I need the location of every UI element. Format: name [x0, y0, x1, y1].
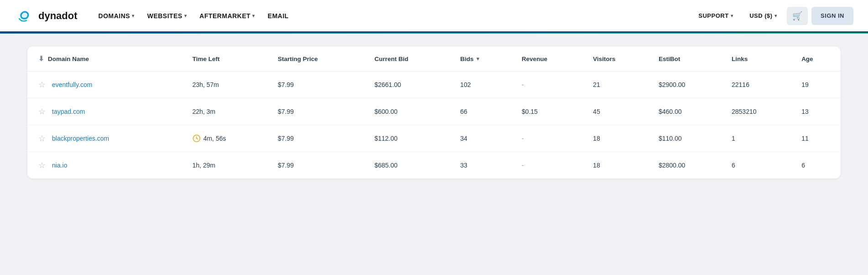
cell-starting-price: $7.99: [270, 98, 367, 125]
nav-websites[interactable]: WEBSITES ▾: [141, 9, 193, 23]
chevron-icon: ▾: [774, 13, 777, 18]
domain-link[interactable]: eventfully.com: [52, 81, 92, 88]
auction-table-container: ⬇ Domain Name Time Left Starting Price C…: [27, 46, 841, 178]
cell-time-left: 23h, 57m: [185, 71, 270, 98]
cell-current-bid: $600.00: [367, 98, 453, 125]
auction-table: ⬇ Domain Name Time Left Starting Price C…: [27, 46, 841, 178]
th-estibot: EstiBot: [651, 46, 724, 71]
cell-time-left: 4m, 56s: [185, 125, 270, 152]
cell-estibot: $110.00: [651, 125, 724, 152]
cell-age: 11: [794, 125, 841, 152]
cell-current-bid: $685.00: [367, 152, 453, 179]
th-revenue: Revenue: [515, 46, 586, 71]
chevron-icon: ▾: [731, 13, 733, 18]
cell-estibot: $2800.00: [651, 152, 724, 179]
cell-links: 22116: [724, 71, 794, 98]
cell-domain: ☆eventfully.com: [27, 71, 185, 98]
cell-age: 6: [794, 152, 841, 179]
cell-domain: ☆nia.io: [27, 152, 185, 179]
cell-domain: ☆taypad.com: [27, 98, 185, 125]
cell-visitors: 45: [586, 98, 651, 125]
cell-revenue: $0.15: [515, 98, 586, 125]
site-header: dynadot DOMAINS ▾ WEBSITES ▾ AFTERMARKET…: [0, 0, 868, 33]
th-visitors: Visitors: [586, 46, 651, 71]
cell-time-left: 22h, 3m: [185, 98, 270, 125]
clock-icon: [192, 134, 201, 143]
cell-starting-price: $7.99: [270, 152, 367, 179]
cart-icon: 🛒: [792, 11, 802, 21]
domain-link[interactable]: nia.io: [52, 162, 67, 169]
cell-bids: 34: [453, 125, 515, 152]
table-row: ☆nia.io1h, 29m$7.99$685.0033-18$2800.006…: [27, 152, 841, 179]
cell-links: 2853210: [724, 98, 794, 125]
cell-bids: 33: [453, 152, 515, 179]
th-links: Links: [724, 46, 794, 71]
cell-current-bid: $112.00: [367, 125, 453, 152]
th-starting-price: Starting Price: [270, 46, 367, 71]
cell-starting-price: $7.99: [270, 125, 367, 152]
domain-link[interactable]: blackproperties.com: [52, 135, 109, 142]
cell-estibot: $460.00: [651, 98, 724, 125]
th-age: Age: [794, 46, 841, 71]
favorite-star-icon[interactable]: ☆: [38, 133, 46, 143]
cell-links: 1: [724, 125, 794, 152]
cell-starting-price: $7.99: [270, 71, 367, 98]
th-time-left: Time Left: [185, 46, 270, 71]
domain-link[interactable]: taypad.com: [52, 108, 85, 115]
cart-button[interactable]: 🛒: [787, 7, 808, 25]
logo[interactable]: dynadot: [15, 6, 78, 26]
nav-support[interactable]: SUPPORT ▾: [692, 9, 739, 23]
chevron-icon: ▾: [132, 13, 135, 18]
main-content: ⬇ Domain Name Time Left Starting Price C…: [0, 33, 868, 192]
nav-email[interactable]: EMAIL: [261, 9, 295, 23]
table-row: ☆eventfully.com23h, 57m$7.99$2661.00102-…: [27, 71, 841, 98]
svg-point-1: [22, 14, 27, 18]
cell-revenue: -: [515, 71, 586, 98]
cell-time-left: 1h, 29m: [185, 152, 270, 179]
cell-links: 6: [724, 152, 794, 179]
favorite-star-icon[interactable]: ☆: [38, 107, 46, 117]
main-nav: DOMAINS ▾ WEBSITES ▾ AFTERMARKET ▾ EMAIL: [92, 9, 692, 23]
nav-currency[interactable]: USD ($) ▾: [743, 9, 783, 23]
cell-visitors: 21: [586, 71, 651, 98]
chevron-icon: ▾: [184, 13, 187, 18]
sort-download-icon[interactable]: ⬇: [38, 55, 44, 63]
favorite-star-icon[interactable]: ☆: [38, 80, 46, 90]
nav-domains[interactable]: DOMAINS ▾: [92, 9, 141, 23]
cell-bids: 102: [453, 71, 515, 98]
logo-text: dynadot: [38, 10, 78, 22]
signin-button[interactable]: SIGN IN: [811, 7, 853, 25]
favorite-star-icon[interactable]: ☆: [38, 160, 46, 170]
header-right: SUPPORT ▾ USD ($) ▾ 🛒 SIGN IN: [692, 7, 853, 25]
th-domain-name: ⬇ Domain Name: [27, 46, 185, 71]
table-row: ☆blackproperties.com4m, 56s$7.99$112.003…: [27, 125, 841, 152]
cell-estibot: $2900.00: [651, 71, 724, 98]
chevron-icon: ▾: [252, 13, 255, 18]
sort-down-icon[interactable]: ▼: [475, 56, 480, 61]
cell-revenue: -: [515, 152, 586, 179]
cell-revenue: -: [515, 125, 586, 152]
cell-current-bid: $2661.00: [367, 71, 453, 98]
cell-age: 13: [794, 98, 841, 125]
cell-domain: ☆blackproperties.com: [27, 125, 185, 152]
th-bids: Bids ▼: [453, 46, 515, 71]
table-header-row: ⬇ Domain Name Time Left Starting Price C…: [27, 46, 841, 71]
cell-bids: 66: [453, 98, 515, 125]
nav-aftermarket[interactable]: AFTERMARKET ▾: [193, 9, 261, 23]
cell-age: 19: [794, 71, 841, 98]
cell-visitors: 18: [586, 152, 651, 179]
cell-visitors: 18: [586, 125, 651, 152]
table-row: ☆taypad.com22h, 3m$7.99$600.0066$0.1545$…: [27, 98, 841, 125]
th-current-bid: Current Bid: [367, 46, 453, 71]
